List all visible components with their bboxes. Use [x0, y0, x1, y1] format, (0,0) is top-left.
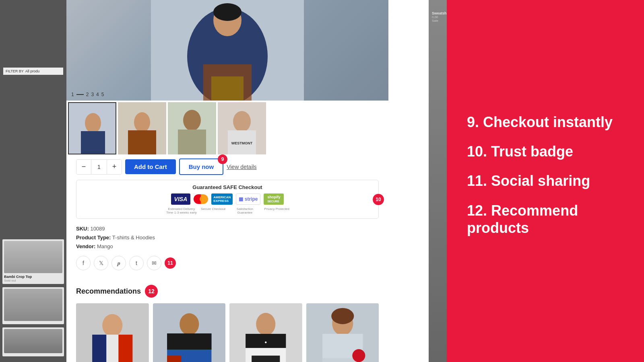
trust-icons-row: VISA AMERICANEXPRESS ▩ stripe shopifySEC…: [82, 193, 373, 205]
bg-card-title: Bambi Crop Top: [4, 275, 62, 279]
product-type-row: Product Type: T-shirts & Hoodies: [76, 233, 379, 242]
trust-sub-privacy: Privacy Protected: [264, 207, 289, 214]
add-to-cart-button[interactable]: Add to Cart: [125, 159, 176, 174]
rec-img-1: [76, 303, 149, 362]
product-type-value: T-shirts & Hoodies: [112, 234, 155, 241]
vendor-label: Vendor:: [76, 243, 95, 249]
svg-rect-14: [178, 130, 206, 154]
social-twitter-button[interactable]: 𝕏: [94, 256, 108, 270]
svg-point-16: [233, 111, 251, 132]
recommendations-header: Recommendations 12: [76, 285, 379, 298]
mastercard-icon: [194, 194, 208, 204]
vendor-row: Vendor: Mango: [76, 242, 379, 251]
annotation-11-text: 11. Social sharing: [467, 172, 624, 189]
quantity-minus-button[interactable]: −: [76, 160, 91, 174]
annotation-10-text: 10. Trust badge: [467, 143, 624, 160]
bg-card-generic: [2, 287, 64, 324]
svg-rect-3: [211, 76, 244, 101]
trust-sub-secure: Secure Checkout: [201, 207, 225, 214]
svg-point-10: [134, 112, 150, 132]
svg-text:●: ●: [264, 340, 267, 344]
image-nav-2: 2: [86, 92, 89, 97]
quantity-plus-button[interactable]: +: [107, 160, 122, 174]
trust-sub-delivery: Estimated Delivery Time 1-3 weeks early: [165, 207, 198, 214]
annotation-9-text: 9. Checkout instantly: [467, 113, 624, 131]
svg-point-37: [331, 308, 354, 324]
svg-rect-22: [92, 335, 106, 362]
background-left-strip: Bambi Crop Top Sold out FILTER BY All pr…: [0, 0, 66, 362]
svg-point-5: [213, 3, 242, 21]
bg-card-status: Sold out: [4, 279, 62, 282]
recommendations-grid: Weave Sweatshirt for Men €320,00 €580,00: [76, 303, 379, 362]
annotation-12-text: 12. Recommend products: [467, 202, 624, 237]
thumbnail-4[interactable]: WESTMONT: [218, 102, 266, 154]
svg-rect-34: [252, 356, 280, 362]
background-right-strip: Sweatshirt 0,00 Sale: [429, 0, 447, 362]
trust-sub-row: Estimated Delivery Time 1-3 weeks early …: [82, 207, 373, 214]
view-details-button[interactable]: View details: [227, 164, 256, 170]
svg-point-7: [85, 113, 101, 133]
filter-by-label: FILTER BY: [6, 69, 24, 73]
thumbnail-2[interactable]: [118, 102, 166, 154]
svg-text:WESTMONT: WESTMONT: [231, 141, 253, 145]
product-photo-svg: [151, 0, 304, 101]
image-nav-5: 5: [101, 92, 104, 97]
rec-card-4[interactable]: Floral print bomber jacket €680,00: [306, 303, 379, 362]
product-type-label: Product Type:: [76, 234, 111, 241]
sku-label: SKU:: [76, 226, 89, 232]
rec-card-3[interactable]: ● Front Press T-shirt €320,00 €640,00: [229, 303, 302, 362]
thumbnail-3[interactable]: [168, 102, 216, 154]
svg-rect-23: [118, 335, 132, 362]
vendor-value: Mango: [97, 243, 113, 249]
filter-value: All produ: [25, 69, 40, 73]
svg-point-25: [180, 313, 199, 335]
svg-point-40: [352, 349, 365, 362]
social-email-button[interactable]: ✉: [147, 256, 161, 270]
quantity-row: − + Add to Cart Buy now 9 View details: [76, 158, 379, 175]
social-facebook-button[interactable]: f: [76, 256, 91, 270]
product-modal: 1 2 3 4 5: [66, 0, 388, 362]
svg-point-30: [256, 313, 275, 335]
buy-now-button[interactable]: Buy now: [179, 158, 224, 175]
quantity-control: − +: [76, 159, 122, 175]
quantity-input[interactable]: [91, 160, 107, 174]
thumbnail-1[interactable]: [68, 102, 116, 154]
annotation-item-11: 11. Social sharing: [467, 172, 624, 189]
badge-11: 11: [165, 257, 176, 269]
svg-rect-28: [167, 356, 181, 362]
badge-9: 9: [218, 154, 227, 164]
annotation-item-12: 12. Recommend products: [467, 202, 624, 237]
product-details: − + Add to Cart Buy now 9 View details G…: [66, 154, 388, 278]
amex-icon: AMERICANEXPRESS: [211, 193, 233, 205]
trust-sub-satisfaction: Satisfaction Guarantee: [229, 207, 261, 214]
svg-rect-27: [167, 333, 211, 350]
svg-rect-8: [81, 131, 105, 154]
visa-icon: VISA: [171, 193, 191, 205]
rec-card-2[interactable]: Hubbard Jacket €178,00 €580,00: [153, 303, 226, 362]
right-annotation-panel: 9. Checkout instantly 10. Trust badge 11…: [447, 0, 644, 362]
rec-img-3: ●: [229, 303, 302, 362]
image-nav-3: 3: [91, 92, 94, 97]
social-tumblr-button[interactable]: t: [129, 256, 144, 270]
annotation-item-9: 9. Checkout instantly: [467, 113, 624, 131]
trust-badge-title: Guaranteed SAFE Checkout: [82, 184, 373, 190]
rec-img-2: [153, 303, 226, 362]
product-meta: SKU: 10089 Product Type: T-shirts & Hood…: [76, 224, 379, 251]
recommendations-title: Recommendations: [76, 287, 141, 296]
image-nav-4: 4: [96, 92, 99, 97]
bg-card-bambi: Bambi Crop Top Sold out: [2, 239, 64, 284]
image-nav-line: [76, 94, 84, 95]
rec-card-1[interactable]: Weave Sweatshirt for Men €320,00 €580,00: [76, 303, 149, 362]
social-sharing-section: f 𝕏 𝒑 t ✉ 11: [76, 256, 379, 270]
thumbnail-row: WESTMONT: [66, 101, 388, 154]
bg-card-generic-2: [2, 327, 64, 356]
trust-badge-section: Guaranteed SAFE Checkout VISA AMERICANEX…: [76, 180, 379, 219]
rec-img-4: [306, 303, 379, 362]
recommendations-section: Recommendations 12 Weave S: [66, 278, 388, 362]
sku-row: SKU: 10089: [76, 224, 379, 233]
svg-point-13: [183, 110, 201, 131]
sku-value: 10089: [90, 226, 105, 232]
svg-rect-11: [128, 130, 156, 154]
social-pinterest-button[interactable]: 𝒑: [111, 256, 126, 270]
badge-10: 10: [373, 194, 384, 205]
